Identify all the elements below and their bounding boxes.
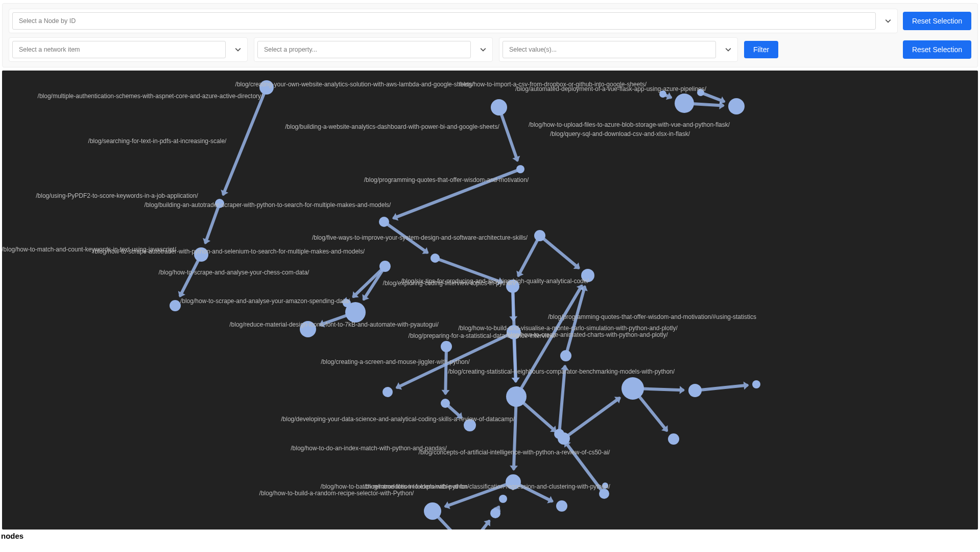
select-values[interactable]: Select value(s)... <box>499 37 738 62</box>
graph-node[interactable] <box>379 217 389 227</box>
graph-label: /blog/how-to-match-and-count-keywords-in… <box>2 246 176 253</box>
select-node-by-id-placeholder: Select a Node by ID <box>12 12 876 30</box>
graph-node[interactable] <box>300 321 316 337</box>
controls-panel: Select a Node by ID Reset Selection Sele… <box>2 3 978 67</box>
graph-label: /blog/how-to-scrape-and-analyse-your-che… <box>159 269 309 276</box>
graph-label: /blog/building-an-autotrader-scraper-wit… <box>145 201 391 209</box>
network-graph-canvas[interactable]: /blog/multiple-authentication-schemes-wi… <box>2 71 978 530</box>
graph-edge <box>512 397 518 470</box>
graph-edge <box>435 257 503 284</box>
graph-node[interactable] <box>170 300 181 311</box>
row-node-select: Select a Node by ID Reset Selection <box>9 9 971 33</box>
graph-edge <box>695 384 749 392</box>
graph-node[interactable] <box>499 495 507 503</box>
graph-node[interactable] <box>659 90 666 98</box>
graph-label: /blog/how-to-create-animated-charts-with… <box>506 331 667 338</box>
chevron-down-icon <box>474 47 492 53</box>
select-property[interactable]: Select a property... <box>254 37 493 62</box>
graph-edge <box>515 284 583 398</box>
graph-node[interactable] <box>441 399 450 408</box>
graph-node[interactable] <box>622 377 644 400</box>
nodes-section-label: nodes <box>0 530 980 540</box>
graph-edge <box>516 235 541 278</box>
graph-node[interactable] <box>431 254 440 263</box>
graph-label: /blog/automated-deployment-of-a-vue-flas… <box>515 85 706 93</box>
graph-node[interactable] <box>602 482 608 489</box>
graph-node[interactable] <box>688 384 702 397</box>
graph-node[interactable] <box>668 433 679 445</box>
graph-node[interactable] <box>558 432 570 445</box>
graph-label: /blog/preparing-for-a-statistical-data-s… <box>409 332 556 339</box>
chevron-down-icon <box>719 47 737 53</box>
select-node-by-id[interactable]: Select a Node by ID <box>9 9 898 33</box>
graph-node[interactable] <box>383 387 393 397</box>
graph-node[interactable] <box>556 500 567 512</box>
graph-node[interactable] <box>343 299 351 307</box>
graph-label: /blog/query-sql-and-download-csv-and-xls… <box>550 130 690 137</box>
graph-node[interactable] <box>379 261 391 272</box>
graph-edge <box>444 347 448 395</box>
graph-node[interactable] <box>506 386 527 407</box>
graph-edge <box>392 168 521 220</box>
graph-edge <box>383 221 429 255</box>
graph-label: /blog/how-to-import-a-csv-from-dropbox-o… <box>459 81 647 88</box>
graph-label: /blog/programming-quotes-that-offer-wisd… <box>364 176 529 183</box>
graph-node[interactable] <box>534 230 545 241</box>
graph-node[interactable] <box>215 199 224 208</box>
graph-edge <box>563 396 621 440</box>
select-network-item[interactable]: Select a network item <box>9 37 248 62</box>
graph-node[interactable] <box>506 280 519 293</box>
graph-label: /blog/reduce-material-design-icons-font-… <box>229 321 439 328</box>
select-network-item-placeholder: Select a network item <box>12 41 226 58</box>
graph-node[interactable] <box>697 89 704 96</box>
chevron-down-icon <box>229 47 247 53</box>
graph-label: /blog/how-to-batch-rename-files-in-folde… <box>321 483 469 490</box>
graph-node[interactable] <box>259 80 274 95</box>
graph-node[interactable] <box>581 269 594 282</box>
graph-node[interactable] <box>424 502 441 520</box>
graph-node[interactable] <box>560 350 571 361</box>
graph-label: /blog/how-to-do-an-index-match-with-pyth… <box>291 445 447 452</box>
graph-label: /blog/how-to-scrape-autotrader-with-pyth… <box>93 248 365 255</box>
graph-label: /blog/multiple-authentication-schemes-wi… <box>38 93 263 100</box>
graph-label: /blog/how-to-build-and-visualise-a-monte… <box>458 325 678 332</box>
graph-edge <box>395 331 514 389</box>
select-property-placeholder: Select a property... <box>257 41 471 58</box>
graph-label: /blog/searching-for-text-in-pdfs-at-incr… <box>88 137 227 145</box>
graph-node[interactable] <box>491 99 507 116</box>
graph-label: /blog/building-a-website-analytics-dashb… <box>285 123 499 130</box>
row-filters: Select a network item Select a property.… <box>9 37 971 62</box>
select-values-placeholder: Select value(s)... <box>503 41 716 58</box>
graph-label: /blog/developing-your-data-science-and-a… <box>281 416 515 423</box>
chevron-down-icon <box>879 18 897 24</box>
graph-edge <box>558 365 566 434</box>
graph-node[interactable] <box>675 94 694 113</box>
graph-node[interactable] <box>516 165 524 173</box>
reset-selection-bottom-button[interactable]: Reset Selection <box>903 40 971 59</box>
graph-label: /blog/using-PyPDF2-to-score-keywords-in-… <box>36 192 198 199</box>
graph-edge <box>222 87 268 196</box>
graph-label: /blog/how-to-upload-files-to-azure-blob-… <box>529 121 730 128</box>
graph-node[interactable] <box>490 508 500 518</box>
graph-label: /blog/how-to-scrape-and-analyse-your-ama… <box>180 297 350 305</box>
graph-label: /blog/five-ways-to-improve-your-system-d… <box>312 234 528 241</box>
graph-node[interactable] <box>507 325 521 339</box>
graph-edge <box>539 235 581 270</box>
graph-node[interactable] <box>506 474 521 490</box>
graph-node[interactable] <box>599 489 609 499</box>
graph-label: /blog/how-to-build-a-random-recipe-selec… <box>259 490 414 497</box>
graph-node[interactable] <box>728 98 745 114</box>
graph-label: /blog/programming-quotes-that-offer-wisd… <box>548 313 756 320</box>
graph-node[interactable] <box>464 419 476 431</box>
graph-node[interactable] <box>194 247 208 262</box>
graph-edge <box>204 203 221 244</box>
graph-edge <box>467 519 491 530</box>
filter-button[interactable]: Filter <box>744 41 778 58</box>
graph-node[interactable] <box>752 380 760 388</box>
graph-edge <box>563 441 605 495</box>
reset-selection-top-button[interactable]: Reset Selection <box>903 12 971 30</box>
graph-node[interactable] <box>441 341 452 352</box>
